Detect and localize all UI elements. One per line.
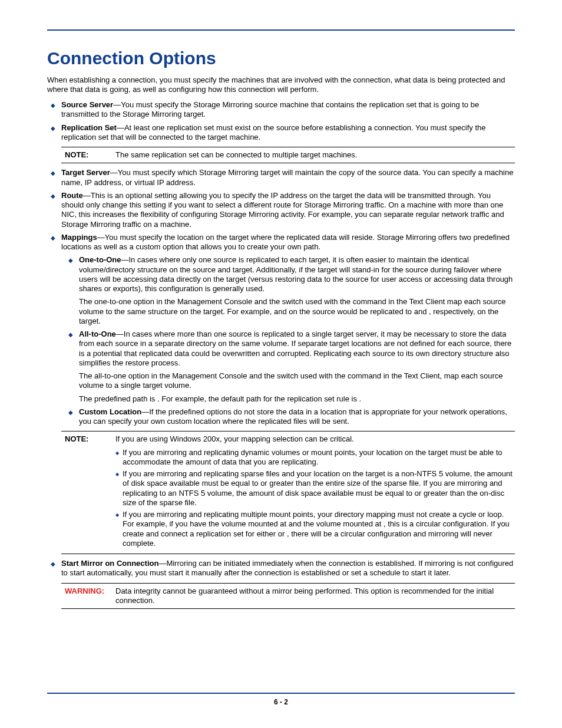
bullet-target-server: ◆ Target Server—You must specify which S… xyxy=(51,168,515,187)
warning-body: Data integrity cannot be guaranteed with… xyxy=(115,587,515,606)
text: —This is an optional setting allowing yo… xyxy=(61,191,504,229)
diamond-icon: ◆ xyxy=(115,469,123,508)
note-box-2: NOTE: If you are using Windows 200x, you… xyxy=(61,431,515,554)
note-body: The same replication set can be connecte… xyxy=(115,150,515,160)
note-body: If you are using Windows 200x, your mapp… xyxy=(115,434,515,551)
bullet-custom-location: ◆ Custom Location—If the predefined opti… xyxy=(68,407,515,427)
document-page: Connection Options When establishing a c… xyxy=(0,0,562,728)
note2-bullet: ◆ If you are mirroring and replicating m… xyxy=(115,510,515,548)
note-box-1: NOTE: The same replication set can be co… xyxy=(61,147,515,163)
text: —At least one replication set must exist… xyxy=(61,123,485,141)
note2-b2: If you are mirroring and replicating spa… xyxy=(123,469,515,508)
text: —You must specify which Storage Mirrorin… xyxy=(61,168,513,186)
warning-box: WARNING: Data integrity cannot be guaran… xyxy=(61,583,515,610)
bullet-one-to-one: ◆ One-to-One—In cases where only one sou… xyxy=(68,255,515,326)
top-rule xyxy=(47,29,515,31)
note2-bullet: ◆ If you are mirroring and replicating s… xyxy=(115,469,515,508)
label: All-to-One xyxy=(79,330,116,338)
bullet-source-server: ◆ Source Server—You must specify the Sto… xyxy=(51,100,515,120)
text: —If the predefined options do not store … xyxy=(79,407,507,426)
diamond-icon: ◆ xyxy=(115,510,123,548)
label: Mappings xyxy=(61,233,97,242)
note2-b3: If you are mirroring and replicating mul… xyxy=(123,510,515,548)
text: —You must specify the location on the ta… xyxy=(61,233,510,251)
label: Source Server xyxy=(61,100,113,109)
label: One-to-One xyxy=(79,255,121,264)
label: Custom Location xyxy=(79,407,141,416)
diamond-icon: ◆ xyxy=(68,255,79,326)
label: Route xyxy=(61,191,83,200)
note2-intro: If you are using Windows 200x, your mapp… xyxy=(115,434,515,444)
label: Replication Set xyxy=(61,123,117,132)
note-label: NOTE: xyxy=(61,150,115,160)
all-to-one-p2: The all-to-one option in the Management … xyxy=(79,371,515,391)
main-bullets: ◆ Source Server—You must specify the Sto… xyxy=(51,100,515,609)
diamond-icon: ◆ xyxy=(51,233,61,252)
note2-bullet: ◆ If you are mirroring and replicating d… xyxy=(115,448,515,467)
bullet-mappings: ◆ Mappings—You must specify the location… xyxy=(51,233,515,252)
diamond-icon: ◆ xyxy=(51,123,61,143)
diamond-icon: ◆ xyxy=(115,448,123,467)
one-to-one-p2: The one-to-one option in the Management … xyxy=(79,297,515,326)
warning-label: WARNING: xyxy=(61,587,115,606)
text: —You must specify the Storage Mirroring … xyxy=(61,100,479,118)
page-title: Connection Options xyxy=(47,47,515,70)
bullet-replication-set: ◆ Replication Set—At least one replicati… xyxy=(51,123,515,143)
text: —In cases where more than one source is … xyxy=(79,330,511,367)
label: Target Server xyxy=(61,168,110,177)
bullet-route: ◆ Route—This is an optional setting allo… xyxy=(51,191,515,229)
bullet-all-to-one: ◆ All-to-One—In cases where more than on… xyxy=(68,330,515,404)
mappings-children: ◆ One-to-One—In cases where only one sou… xyxy=(58,255,515,426)
diamond-icon: ◆ xyxy=(51,168,61,187)
all-to-one-p3: The predefined path is . For example, th… xyxy=(79,394,515,404)
note-label: NOTE: xyxy=(61,434,115,551)
note2-b1: If you are mirroring and replicating dyn… xyxy=(123,448,515,467)
diamond-icon: ◆ xyxy=(51,191,61,229)
bullet-start-mirror: ◆ Start Mirror on Connection—Mirroring c… xyxy=(51,559,515,578)
footer-rule xyxy=(47,693,515,694)
label: Start Mirror on Connection xyxy=(61,559,158,568)
diamond-icon: ◆ xyxy=(68,407,79,427)
diamond-icon: ◆ xyxy=(68,330,79,404)
text: —In cases where only one source is repli… xyxy=(79,255,513,293)
intro-paragraph: When establishing a connection, you must… xyxy=(47,75,515,95)
diamond-icon: ◆ xyxy=(51,559,61,578)
page-number: 6 - 2 xyxy=(0,698,562,707)
diamond-icon: ◆ xyxy=(51,100,61,120)
